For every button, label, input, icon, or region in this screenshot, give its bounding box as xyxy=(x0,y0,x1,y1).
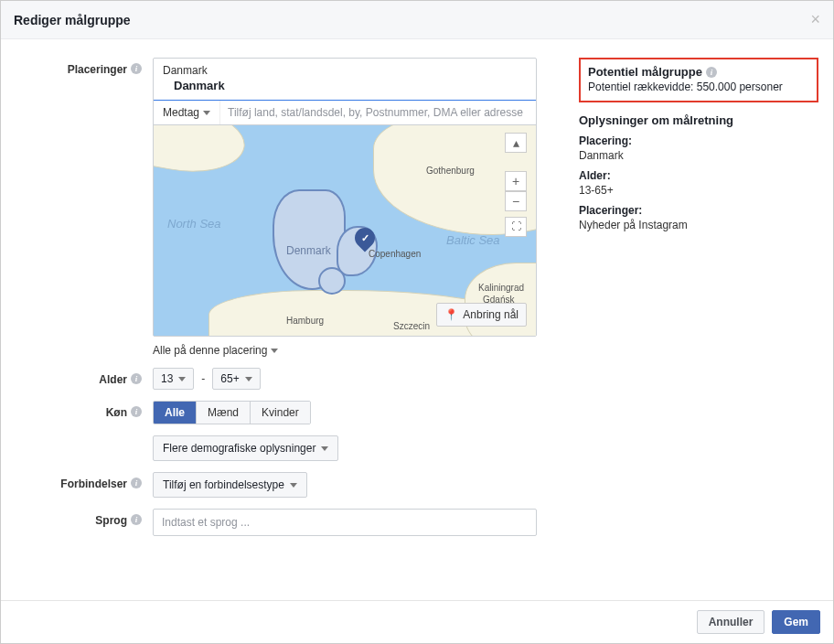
demographics-control: Flere demografiske oplysninger xyxy=(153,435,537,461)
map-denmark-shape xyxy=(318,267,346,295)
map-label-gothenburg: Gothenburg xyxy=(426,166,475,176)
potential-reach: Potentiel rækkevidde: 550.000 personer xyxy=(588,80,809,93)
connection-type-dropdown[interactable]: Tilføj en forbindelsestype xyxy=(153,472,307,498)
gender-women-button[interactable]: Kvinder xyxy=(251,402,310,424)
row-language: Sprog xyxy=(16,509,557,536)
location-country: Danmark xyxy=(154,79,536,100)
row-placements: Placeringer Danmark Danmark Medtag xyxy=(16,58,557,357)
audience-edit-modal: Rediger målgruppe × Placeringer Danmark … xyxy=(0,0,834,644)
chevron-down-icon xyxy=(178,377,186,381)
chevron-down-icon xyxy=(290,483,297,488)
label-language-text: Sprog xyxy=(95,514,127,527)
pin-icon: 📍 xyxy=(444,308,458,321)
potential-title-text: Potentiel målgruppe xyxy=(588,65,702,79)
save-button[interactable]: Gem xyxy=(772,610,820,634)
targeting-placement-value: Danmark xyxy=(579,149,818,162)
targeting-placements-label: Placeringer: xyxy=(579,204,818,217)
map-label-north-sea: North Sea xyxy=(167,217,221,231)
map[interactable]: North Sea Baltic Sea Denmark Copenhagen … xyxy=(154,125,536,336)
everyone-label: Alle på denne placering xyxy=(153,344,267,357)
sidebar: Potentiel målgruppe Potentiel rækkevidde… xyxy=(579,58,818,547)
modal-body: Placeringer Danmark Danmark Medtag xyxy=(1,39,833,556)
connections-control: Tilføj en forbindelsestype xyxy=(153,472,537,498)
modal-title: Rediger målgruppe xyxy=(14,13,131,27)
close-icon[interactable]: × xyxy=(810,10,820,29)
label-gender: Køn xyxy=(16,401,153,424)
more-demographics-dropdown[interactable]: Flere demografiske oplysninger xyxy=(153,435,338,461)
label-connections-text: Forbindelser xyxy=(60,478,127,490)
info-icon[interactable] xyxy=(131,373,142,384)
targeting-age-label: Alder: xyxy=(579,169,818,182)
language-input[interactable] xyxy=(153,509,537,536)
label-demographics-empty xyxy=(16,435,153,461)
potential-audience-box: Potentiel målgruppe Potentiel rækkevidde… xyxy=(579,58,818,102)
row-age: Alder 13 - 65+ xyxy=(16,368,557,390)
label-placements-text: Placeringer xyxy=(68,63,127,76)
map-label-copenhagen: Copenhagen xyxy=(369,249,421,259)
modal-header: Rediger målgruppe × xyxy=(1,1,833,39)
map-zoom-out-button[interactable]: − xyxy=(505,191,527,211)
drop-pin-button[interactable]: 📍 Anbring nål xyxy=(436,303,527,327)
chevron-down-icon xyxy=(203,111,210,115)
age-max-select[interactable]: 65+ xyxy=(212,368,260,390)
row-gender: Køn Alle Mænd Kvinder xyxy=(16,401,557,424)
map-fullscreen-button[interactable]: ⛶ xyxy=(505,217,527,237)
age-controls: 13 - 65+ xyxy=(153,368,537,390)
map-pan-button[interactable]: ▴ xyxy=(505,133,527,153)
age-max-value: 65+ xyxy=(220,372,239,385)
location-search-input[interactable] xyxy=(220,101,536,124)
age-min-value: 13 xyxy=(161,372,173,385)
map-zoom-in-button[interactable]: + xyxy=(505,171,527,191)
map-label-szczecin: Szczecin xyxy=(393,321,430,331)
age-separator: - xyxy=(201,372,205,385)
drop-pin-label: Anbring nål xyxy=(463,308,519,321)
targeting-info-title: Oplysninger om målretning xyxy=(579,113,818,127)
location-search-row: Medtag xyxy=(154,100,536,125)
gender-men-button[interactable]: Mænd xyxy=(197,402,251,424)
include-dropdown[interactable]: Medtag xyxy=(154,101,220,124)
map-label-denmark: Denmark xyxy=(286,244,331,257)
info-icon[interactable] xyxy=(131,514,142,525)
everyone-in-location-dropdown[interactable]: Alle på denne placering xyxy=(153,344,537,357)
info-icon[interactable] xyxy=(131,63,142,74)
modal-footer: Annuller Gem xyxy=(1,600,833,643)
info-icon[interactable] xyxy=(131,478,142,488)
map-label-baltic-sea: Baltic Sea xyxy=(446,233,500,247)
age-min-select[interactable]: 13 xyxy=(153,368,194,390)
connection-type-label: Tilføj en forbindelsestype xyxy=(163,478,284,491)
chevron-down-icon xyxy=(321,446,328,451)
label-placements: Placeringer xyxy=(16,58,153,357)
row-connections: Forbindelser Tilføj en forbindelsestype xyxy=(16,472,557,498)
language-control xyxy=(153,509,537,536)
gender-segmented: Alle Mænd Kvinder xyxy=(153,401,311,424)
location-box: Danmark Danmark Medtag xyxy=(153,58,537,337)
more-demographics-label: Flere demografiske oplysninger xyxy=(163,442,315,455)
cancel-button[interactable]: Annuller xyxy=(697,610,765,634)
targeting-placement-label: Placering: xyxy=(579,134,818,147)
targeting-placements-value: Nyheder på Instagram xyxy=(579,219,818,231)
label-connections: Forbindelser xyxy=(16,472,153,498)
location-header: Danmark xyxy=(154,59,536,79)
info-icon[interactable] xyxy=(706,67,717,78)
chevron-down-icon xyxy=(245,377,252,381)
include-label: Medtag xyxy=(163,106,199,119)
form-column: Placeringer Danmark Danmark Medtag xyxy=(16,58,557,547)
map-label-kaliningrad: Kaliningrad xyxy=(478,283,524,293)
map-label-hamburg: Hamburg xyxy=(286,316,324,326)
label-age: Alder xyxy=(16,368,153,390)
row-demographics: Flere demografiske oplysninger xyxy=(16,435,557,461)
chevron-down-icon xyxy=(271,349,278,353)
label-language: Sprog xyxy=(16,509,153,536)
potential-audience-title: Potentiel målgruppe xyxy=(588,65,809,79)
placements-control: Danmark Danmark Medtag xyxy=(153,58,537,357)
label-age-text: Alder xyxy=(99,373,127,386)
gender-all-button[interactable]: Alle xyxy=(154,402,197,424)
label-gender-text: Køn xyxy=(106,406,127,419)
info-icon[interactable] xyxy=(131,406,142,417)
gender-controls: Alle Mænd Kvinder xyxy=(153,401,537,424)
targeting-age-value: 13-65+ xyxy=(579,184,818,197)
